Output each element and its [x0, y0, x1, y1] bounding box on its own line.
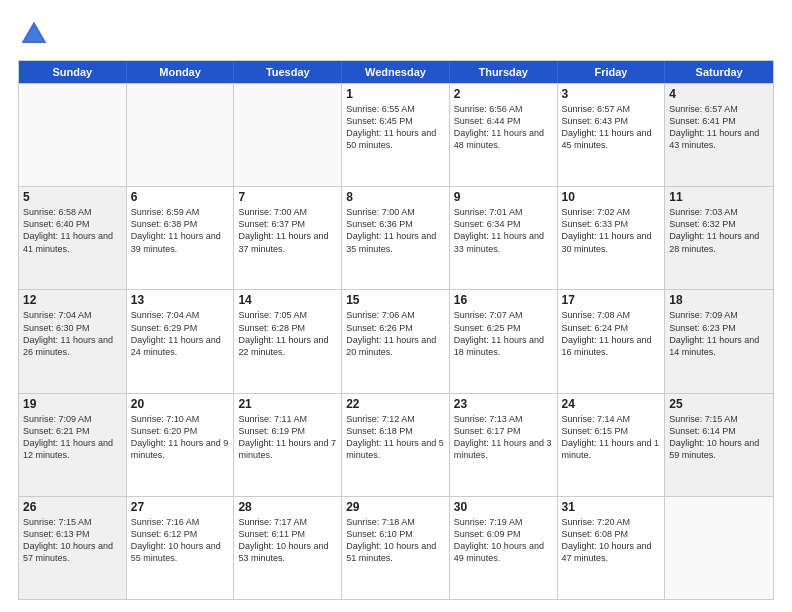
day-cell-18: 18Sunrise: 7:09 AM Sunset: 6:23 PM Dayli…	[665, 290, 773, 392]
calendar-row-2: 12Sunrise: 7:04 AM Sunset: 6:30 PM Dayli…	[19, 289, 773, 392]
day-info: Sunrise: 7:06 AM Sunset: 6:26 PM Dayligh…	[346, 309, 445, 358]
day-cell-25: 25Sunrise: 7:15 AM Sunset: 6:14 PM Dayli…	[665, 394, 773, 496]
day-cell-4: 4Sunrise: 6:57 AM Sunset: 6:41 PM Daylig…	[665, 84, 773, 186]
day-cell-12: 12Sunrise: 7:04 AM Sunset: 6:30 PM Dayli…	[19, 290, 127, 392]
day-info: Sunrise: 7:13 AM Sunset: 6:17 PM Dayligh…	[454, 413, 553, 462]
day-cell-27: 27Sunrise: 7:16 AM Sunset: 6:12 PM Dayli…	[127, 497, 235, 599]
day-info: Sunrise: 6:56 AM Sunset: 6:44 PM Dayligh…	[454, 103, 553, 152]
day-cell-30: 30Sunrise: 7:19 AM Sunset: 6:09 PM Dayli…	[450, 497, 558, 599]
day-number: 30	[454, 500, 553, 514]
weekday-header-friday: Friday	[558, 61, 666, 83]
day-info: Sunrise: 7:04 AM Sunset: 6:30 PM Dayligh…	[23, 309, 122, 358]
calendar-body: 1Sunrise: 6:55 AM Sunset: 6:45 PM Daylig…	[19, 83, 773, 599]
day-info: Sunrise: 7:17 AM Sunset: 6:11 PM Dayligh…	[238, 516, 337, 565]
weekday-header-wednesday: Wednesday	[342, 61, 450, 83]
logo-icon	[18, 18, 50, 50]
day-info: Sunrise: 7:19 AM Sunset: 6:09 PM Dayligh…	[454, 516, 553, 565]
day-cell-6: 6Sunrise: 6:59 AM Sunset: 6:38 PM Daylig…	[127, 187, 235, 289]
calendar-row-0: 1Sunrise: 6:55 AM Sunset: 6:45 PM Daylig…	[19, 83, 773, 186]
day-info: Sunrise: 6:58 AM Sunset: 6:40 PM Dayligh…	[23, 206, 122, 255]
day-number: 19	[23, 397, 122, 411]
day-cell-26: 26Sunrise: 7:15 AM Sunset: 6:13 PM Dayli…	[19, 497, 127, 599]
day-cell-15: 15Sunrise: 7:06 AM Sunset: 6:26 PM Dayli…	[342, 290, 450, 392]
day-number: 5	[23, 190, 122, 204]
day-cell-31: 31Sunrise: 7:20 AM Sunset: 6:08 PM Dayli…	[558, 497, 666, 599]
day-cell-13: 13Sunrise: 7:04 AM Sunset: 6:29 PM Dayli…	[127, 290, 235, 392]
day-cell-7: 7Sunrise: 7:00 AM Sunset: 6:37 PM Daylig…	[234, 187, 342, 289]
day-info: Sunrise: 6:59 AM Sunset: 6:38 PM Dayligh…	[131, 206, 230, 255]
calendar-header: SundayMondayTuesdayWednesdayThursdayFrid…	[19, 61, 773, 83]
weekday-header-saturday: Saturday	[665, 61, 773, 83]
day-cell-16: 16Sunrise: 7:07 AM Sunset: 6:25 PM Dayli…	[450, 290, 558, 392]
empty-cell-4-6	[665, 497, 773, 599]
day-info: Sunrise: 7:11 AM Sunset: 6:19 PM Dayligh…	[238, 413, 337, 462]
day-info: Sunrise: 7:05 AM Sunset: 6:28 PM Dayligh…	[238, 309, 337, 358]
weekday-header-thursday: Thursday	[450, 61, 558, 83]
day-info: Sunrise: 7:09 AM Sunset: 6:23 PM Dayligh…	[669, 309, 769, 358]
day-number: 16	[454, 293, 553, 307]
day-cell-11: 11Sunrise: 7:03 AM Sunset: 6:32 PM Dayli…	[665, 187, 773, 289]
day-info: Sunrise: 7:16 AM Sunset: 6:12 PM Dayligh…	[131, 516, 230, 565]
day-cell-24: 24Sunrise: 7:14 AM Sunset: 6:15 PM Dayli…	[558, 394, 666, 496]
day-number: 23	[454, 397, 553, 411]
day-number: 20	[131, 397, 230, 411]
day-info: Sunrise: 7:07 AM Sunset: 6:25 PM Dayligh…	[454, 309, 553, 358]
empty-cell-0-1	[127, 84, 235, 186]
day-info: Sunrise: 7:03 AM Sunset: 6:32 PM Dayligh…	[669, 206, 769, 255]
day-number: 8	[346, 190, 445, 204]
day-info: Sunrise: 7:04 AM Sunset: 6:29 PM Dayligh…	[131, 309, 230, 358]
day-number: 4	[669, 87, 769, 101]
day-number: 2	[454, 87, 553, 101]
day-cell-29: 29Sunrise: 7:18 AM Sunset: 6:10 PM Dayli…	[342, 497, 450, 599]
day-info: Sunrise: 7:09 AM Sunset: 6:21 PM Dayligh…	[23, 413, 122, 462]
day-number: 24	[562, 397, 661, 411]
day-cell-9: 9Sunrise: 7:01 AM Sunset: 6:34 PM Daylig…	[450, 187, 558, 289]
day-number: 7	[238, 190, 337, 204]
day-info: Sunrise: 7:00 AM Sunset: 6:37 PM Dayligh…	[238, 206, 337, 255]
day-number: 27	[131, 500, 230, 514]
day-info: Sunrise: 7:00 AM Sunset: 6:36 PM Dayligh…	[346, 206, 445, 255]
day-info: Sunrise: 7:01 AM Sunset: 6:34 PM Dayligh…	[454, 206, 553, 255]
day-info: Sunrise: 6:57 AM Sunset: 6:41 PM Dayligh…	[669, 103, 769, 152]
day-info: Sunrise: 7:14 AM Sunset: 6:15 PM Dayligh…	[562, 413, 661, 462]
day-info: Sunrise: 7:12 AM Sunset: 6:18 PM Dayligh…	[346, 413, 445, 462]
day-cell-8: 8Sunrise: 7:00 AM Sunset: 6:36 PM Daylig…	[342, 187, 450, 289]
day-cell-10: 10Sunrise: 7:02 AM Sunset: 6:33 PM Dayli…	[558, 187, 666, 289]
calendar-row-4: 26Sunrise: 7:15 AM Sunset: 6:13 PM Dayli…	[19, 496, 773, 599]
day-number: 28	[238, 500, 337, 514]
day-info: Sunrise: 7:20 AM Sunset: 6:08 PM Dayligh…	[562, 516, 661, 565]
header	[18, 18, 774, 50]
calendar-row-1: 5Sunrise: 6:58 AM Sunset: 6:40 PM Daylig…	[19, 186, 773, 289]
day-cell-21: 21Sunrise: 7:11 AM Sunset: 6:19 PM Dayli…	[234, 394, 342, 496]
day-number: 14	[238, 293, 337, 307]
day-cell-22: 22Sunrise: 7:12 AM Sunset: 6:18 PM Dayli…	[342, 394, 450, 496]
calendar-row-3: 19Sunrise: 7:09 AM Sunset: 6:21 PM Dayli…	[19, 393, 773, 496]
day-info: Sunrise: 7:15 AM Sunset: 6:13 PM Dayligh…	[23, 516, 122, 565]
calendar: SundayMondayTuesdayWednesdayThursdayFrid…	[18, 60, 774, 600]
weekday-header-monday: Monday	[127, 61, 235, 83]
day-cell-5: 5Sunrise: 6:58 AM Sunset: 6:40 PM Daylig…	[19, 187, 127, 289]
day-number: 3	[562, 87, 661, 101]
day-number: 13	[131, 293, 230, 307]
empty-cell-0-0	[19, 84, 127, 186]
day-number: 10	[562, 190, 661, 204]
day-info: Sunrise: 7:08 AM Sunset: 6:24 PM Dayligh…	[562, 309, 661, 358]
day-cell-14: 14Sunrise: 7:05 AM Sunset: 6:28 PM Dayli…	[234, 290, 342, 392]
day-info: Sunrise: 6:57 AM Sunset: 6:43 PM Dayligh…	[562, 103, 661, 152]
day-info: Sunrise: 7:02 AM Sunset: 6:33 PM Dayligh…	[562, 206, 661, 255]
day-info: Sunrise: 7:10 AM Sunset: 6:20 PM Dayligh…	[131, 413, 230, 462]
day-cell-17: 17Sunrise: 7:08 AM Sunset: 6:24 PM Dayli…	[558, 290, 666, 392]
empty-cell-0-2	[234, 84, 342, 186]
weekday-header-tuesday: Tuesday	[234, 61, 342, 83]
day-number: 1	[346, 87, 445, 101]
day-info: Sunrise: 7:18 AM Sunset: 6:10 PM Dayligh…	[346, 516, 445, 565]
day-cell-20: 20Sunrise: 7:10 AM Sunset: 6:20 PM Dayli…	[127, 394, 235, 496]
day-number: 25	[669, 397, 769, 411]
day-number: 12	[23, 293, 122, 307]
weekday-header-sunday: Sunday	[19, 61, 127, 83]
day-number: 18	[669, 293, 769, 307]
day-number: 26	[23, 500, 122, 514]
day-cell-3: 3Sunrise: 6:57 AM Sunset: 6:43 PM Daylig…	[558, 84, 666, 186]
day-info: Sunrise: 7:15 AM Sunset: 6:14 PM Dayligh…	[669, 413, 769, 462]
day-number: 15	[346, 293, 445, 307]
